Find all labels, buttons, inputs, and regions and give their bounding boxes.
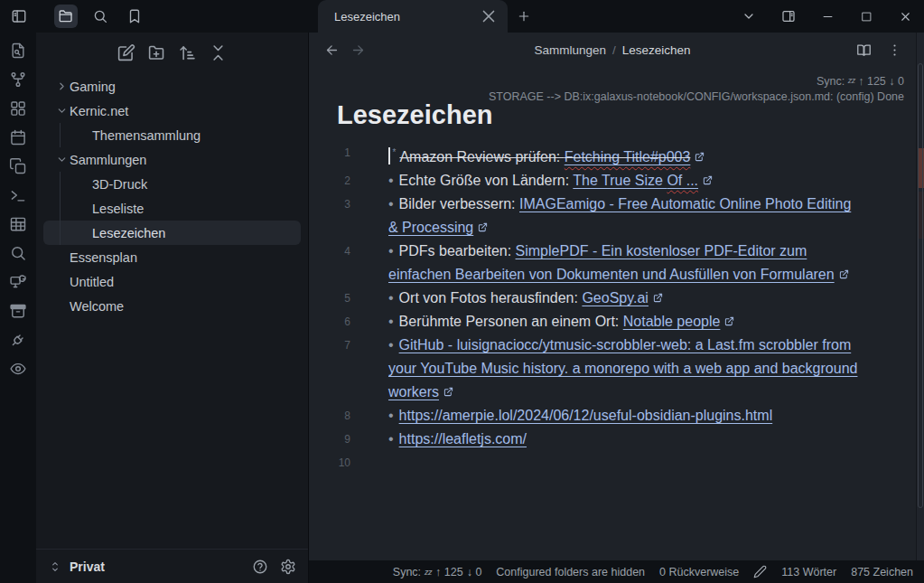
more-options-icon[interactable]: [887, 42, 902, 58]
breadcrumb-current[interactable]: Lesezeichen: [622, 43, 691, 57]
new-note-icon[interactable]: [117, 43, 135, 62]
line-text[interactable]: •Berühmte Personen an einem Ort: Notable…: [388, 310, 734, 334]
chevron-right-icon[interactable]: [54, 80, 69, 94]
link-text: GitHub - luisignaciocc/ytmusic-scrobbler…: [388, 337, 857, 400]
tree-item-label: Welcome: [70, 299, 124, 314]
sync-status-line: Sync: zz ↑ 125 ↓ 0: [489, 73, 904, 89]
list-bullet: •: [388, 337, 394, 353]
calendar-icon[interactable]: [9, 128, 27, 146]
tree-item-essensplan[interactable]: Essensplan: [43, 245, 301, 269]
copy-icon[interactable]: [9, 157, 27, 175]
new-folder-icon[interactable]: [147, 43, 166, 62]
statusbar-word-count: 113 Wörter: [781, 566, 836, 578]
right-sidebar-toggle-icon[interactable]: [781, 9, 796, 24]
bookmark-link[interactable]: Fetching Title#p003: [565, 149, 691, 165]
statusbar-backlinks[interactable]: 0 Rückverweise: [659, 566, 739, 578]
line-number: 4: [337, 240, 350, 287]
terminal-icon[interactable]: [9, 186, 27, 204]
search-icon[interactable]: [9, 244, 27, 262]
tree-item-themensammlung[interactable]: Themensammlung: [43, 123, 301, 147]
tab-list-chevron-icon[interactable]: [742, 9, 756, 24]
external-link-icon[interactable]: [695, 152, 705, 162]
bookmark-button[interactable]: [123, 5, 146, 28]
back-arrow-icon[interactable]: [324, 42, 340, 58]
vault-switcher[interactable]: Privat: [49, 559, 252, 574]
line-text[interactable]: •https://amerpie.lol/2024/06/12/useful-o…: [388, 404, 772, 428]
panel-left-button[interactable]: [7, 5, 31, 28]
statusbar-sync[interactable]: Sync: zz ↑ 125 ↓ 0: [393, 566, 482, 578]
minimize-button[interactable]: [821, 10, 835, 24]
tree-item-label: Sammlungen: [70, 153, 146, 167]
new-tab-button[interactable]: [513, 5, 535, 27]
vault-name: Privat: [70, 559, 105, 574]
line-content: Echte Größe von Ländern: The True Size O…: [399, 173, 698, 188]
sort-icon[interactable]: [178, 43, 197, 62]
sync-overlay: Sync: zz ↑ 125 ↓ 0 STORAGE --> DB:ix:gal…: [489, 73, 904, 105]
bookmark-link[interactable]: Notable people: [623, 314, 721, 329]
settings-gear-icon[interactable]: [280, 559, 296, 575]
edit-mode-pencil-icon[interactable]: [753, 565, 767, 578]
bookmark-link[interactable]: GitHub - luisignaciocc/ytmusic-scrobbler…: [388, 337, 857, 400]
collapse-all-icon[interactable]: [209, 43, 228, 62]
tree-item-label: 3D-Druck: [92, 177, 147, 192]
line-text[interactable]: •GitHub - luisignaciocc/ytmusic-scrobble…: [388, 334, 862, 404]
bookmark-link[interactable]: The True Size Of ...: [573, 173, 698, 188]
link-text: Notable people: [623, 314, 721, 329]
tree-item-lesezeichen[interactable]: Lesezeichen: [43, 221, 301, 245]
external-link-icon[interactable]: [703, 175, 713, 185]
reading-mode-icon[interactable]: [856, 42, 872, 58]
line-text[interactable]: •Echte Größe von Ländern: The True Size …: [388, 169, 713, 193]
tab-close-icon[interactable]: [479, 6, 499, 26]
file-search-icon[interactable]: [9, 42, 27, 60]
table-icon[interactable]: [9, 215, 27, 233]
scrollbar-thumb[interactable]: [918, 63, 923, 508]
external-link-icon[interactable]: [724, 316, 734, 326]
external-link-icon[interactable]: [443, 387, 453, 397]
tree-item-3d-druck[interactable]: 3D-Druck: [43, 172, 301, 196]
markdown-bullet-asterisk: *: [393, 147, 397, 157]
line-text[interactable]: •PDFs bearbeiten: SimplePDF - Ein kosten…: [388, 240, 862, 287]
screen-sync-icon[interactable]: [9, 273, 27, 291]
tree-item-welcome[interactable]: Welcome: [43, 294, 301, 318]
tab-lesezeichen[interactable]: Lesezeichen: [318, 0, 508, 33]
maximize-button[interactable]: [860, 10, 873, 24]
tree-item-kernic-net[interactable]: Kernic.net: [43, 99, 301, 123]
folder-button[interactable]: [54, 5, 78, 28]
chevron-down-icon[interactable]: [54, 104, 69, 118]
search-button[interactable]: [89, 5, 112, 28]
titlebar-left-actions: [7, 5, 146, 28]
bookmark-link[interactable]: https://leafletjs.com/: [399, 431, 527, 447]
external-link-icon[interactable]: [478, 222, 488, 232]
layout-grid-icon[interactable]: [9, 99, 27, 118]
tree-item-sammlungen[interactable]: Sammlungen: [43, 147, 301, 172]
tree-item-leseliste[interactable]: Leseliste: [43, 196, 301, 221]
bookmark-link[interactable]: GeoSpy.ai: [582, 290, 649, 306]
tree-item-label: Leseliste: [92, 202, 144, 216]
right-sidebar-sliver[interactable]: [916, 33, 924, 583]
titlebar: Lesezeichen: [0, 0, 924, 33]
line-content: Bilder verbessern: IMAGEamigo - Free Aut…: [388, 196, 851, 235]
list-bullet: •: [388, 408, 394, 423]
chevron-down-icon[interactable]: [54, 153, 69, 167]
archive-icon[interactable]: [9, 302, 27, 320]
list-bullet: •: [388, 243, 394, 259]
line-text[interactable]: *Amazon Reviews prüfen: Fetching Title#p…: [388, 141, 705, 169]
file-explorer: GamingKernic.netThemensammlungSammlungen…: [36, 33, 309, 583]
breadcrumb-parent[interactable]: Sammlungen: [534, 43, 606, 57]
git-fork-icon[interactable]: [9, 71, 27, 89]
external-link-icon[interactable]: [839, 269, 849, 279]
forward-arrow-icon[interactable]: [350, 42, 366, 58]
line-text[interactable]: •Bilder verbessern: IMAGEamigo - Free Au…: [388, 193, 862, 240]
line-prefix-text: Bilder verbessern:: [399, 196, 519, 212]
plug-icon[interactable]: [9, 331, 27, 349]
line-text[interactable]: •https://leafletjs.com/: [388, 428, 527, 451]
eye-icon[interactable]: [9, 360, 27, 378]
close-button[interactable]: [899, 10, 912, 24]
help-icon[interactable]: [252, 559, 268, 575]
editor-line-6: 6•Berühmte Personen an einem Ort: Notabl…: [337, 310, 916, 334]
bookmark-link[interactable]: https://amerpie.lol/2024/06/12/useful-ob…: [399, 408, 773, 423]
external-link-icon[interactable]: [653, 293, 663, 303]
line-text[interactable]: •Ort von Fotos herausfinden: GeoSpy.ai: [388, 287, 663, 310]
tree-item-untitled[interactable]: Untitled: [43, 269, 301, 294]
tree-item-gaming[interactable]: Gaming: [43, 74, 301, 99]
